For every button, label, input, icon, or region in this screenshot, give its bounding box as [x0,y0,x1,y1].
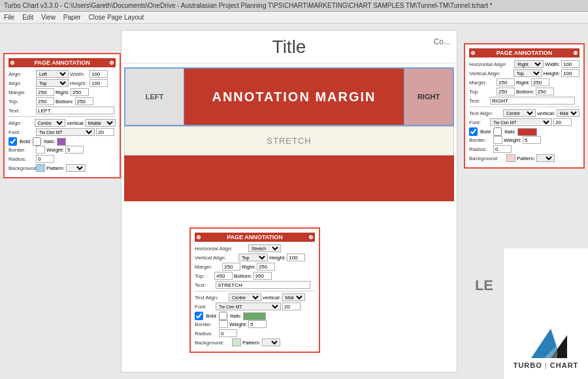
panel-bottom-fontsize[interactable] [282,303,301,310]
panel-left-top[interactable] [36,97,54,105]
panel-bottom-topbottom-row: Top: Bottom: [195,272,315,280]
panel-right-background-row: Background: Pattern: [469,154,580,162]
panel-left-fontsize[interactable] [96,128,114,136]
panel-right-italic-checkbox[interactable] [493,127,502,136]
panel-right-weight[interactable] [523,136,541,144]
panel-bottom-italic-checkbox[interactable] [219,312,227,320]
panel-right-style-row: Bold Italic [469,127,580,136]
panel-bottom-bg-color[interactable] [232,338,241,346]
panel-left-text-input[interactable] [36,107,114,114]
panel-left-margin-right[interactable] [71,88,89,96]
panel-left-color-box[interactable] [57,138,66,146]
panel-right-bottom[interactable] [536,88,554,95]
title-bar: Turbo Chart v3.3.0 - C:\Users\Gareth\Doc… [0,0,588,12]
panel-left-halign-select[interactable]: Left [36,70,69,78]
panel-left-radius-row: Radius: [8,155,116,163]
panel-right-textalign-row: Text Align: Centre vertical: Middle [469,109,580,117]
panel-left-bg-color[interactable] [36,164,45,172]
panel-bottom-weight[interactable] [248,320,267,328]
panel-right-border-color[interactable] [493,136,502,144]
panel-left-textalign-row: Align: Centre vertical Middle [8,119,116,127]
logo-turbo: TURBO [514,361,542,369]
panel-bottom-radius[interactable] [219,329,237,337]
panel-left-height-input[interactable] [90,79,108,87]
panel-bottom-valign-row: Vertical Align: Top Height: [195,254,315,261]
panel-bottom-halign-row: Horizontal Align: Stretch [195,244,315,252]
panel-right-margin-right[interactable] [531,78,549,86]
panel-right-top[interactable] [497,88,515,95]
panel-bottom-halign-select[interactable]: Stretch [248,244,281,252]
turbo-chart-logo: TURBO | CHART [514,325,579,369]
panel-left-valign-row: Align: Top Height: [8,79,116,87]
panel-right-textalign-select[interactable]: Centre [503,109,536,117]
panel-right-height[interactable] [561,69,580,77]
panel-left-font-select[interactable]: Tw Cen MT [36,128,95,136]
panel-bottom-vertical-select[interactable]: Middle [282,293,305,301]
annot-right-box: RIGHT [404,69,453,125]
panel-right-margin-left[interactable] [497,78,515,86]
panel-right-valign-select[interactable]: Top [514,69,542,77]
panel-left-topbottom-row: Top: Bottom: [8,97,116,105]
panel-right-font-select[interactable]: Tw Cen MT [490,118,552,126]
panel-bottom-textalign-select[interactable]: Centre [229,293,261,301]
menu-paper[interactable]: Paper [63,14,81,21]
panel-left-weight[interactable] [65,146,84,154]
panel-right-bg-color[interactable] [506,154,515,162]
panel-left-style-row: Bold Italic [8,137,116,146]
chart-title: Title [272,37,306,58]
stretch-box: STRETCH [124,126,454,156]
annot-left-box: LEFT [125,69,184,125]
panel-right-color-box[interactable] [517,128,537,136]
panel-right-halign-select[interactable]: Right [514,60,544,68]
logo-separator: | [545,361,547,369]
panel-bottom-text-row: Text: [195,281,315,289]
panel-right-fontsize[interactable] [553,118,572,126]
panel-bottom-valign-select[interactable]: Top [238,254,268,261]
panel-left-width-input[interactable] [90,70,108,78]
panel-bottom-background-row: Background: Pattern: [195,338,315,346]
panel-right-vertical-select[interactable]: Middle [557,109,580,117]
menu-edit[interactable]: Edit [22,14,33,21]
panel-bottom-radius-row: Radius: [195,329,315,337]
panel-left-border-color[interactable] [36,146,45,154]
panel-bottom-border-color[interactable] [219,320,228,328]
main-area: ⊕ PAGE ANNOTATION ⊕ Align: Left Width: A… [0,24,588,379]
panel-bottom-margin-right[interactable] [257,263,275,271]
panel-right-radius-row: Radius: [469,145,580,153]
panel-left-italic-checkbox[interactable] [33,137,41,146]
logo-area: TURBO | CHART [503,248,588,379]
panel-left-pattern-select[interactable] [66,164,86,172]
logo-svg [525,325,567,361]
panel-bottom-height[interactable] [287,254,305,261]
panel-bottom-bottom[interactable] [253,272,272,280]
panel-bottom-top[interactable] [214,272,233,280]
panel-bottom-font-select[interactable]: Tw Cen MT [216,303,281,310]
panel-right-font-row: Font: Tw Cen MT [469,118,580,126]
panel-left-valign-select[interactable]: Top [36,79,69,87]
logo-text-row: TURBO | CHART [514,361,579,369]
panel-right-text-input[interactable] [490,97,575,105]
panel-bottom-pattern-select[interactable] [262,338,280,346]
panel-right-width[interactable] [561,60,580,68]
panel-bottom-text-input[interactable] [216,281,310,289]
panel-bottom-color-box[interactable] [243,312,266,320]
panel-right-bold-checkbox[interactable] [469,127,478,136]
menu-view[interactable]: View [41,14,56,21]
menu-close-page-layout[interactable]: Close Page Layout [89,14,144,21]
panel-left-bottom[interactable] [75,97,93,105]
panel-left-text-row: Text: [8,107,116,114]
panel-right-text-row: Text: [469,97,580,105]
page-annotation-panel-right: ⊕ PAGE ANNOTATION ⊕ Horizontal Align: Ri… [464,43,585,169]
panel-left-radius[interactable] [36,155,54,163]
panel-bottom-border-row: Border: Weight: [195,320,315,328]
panel-left-margin-row: Margin Right: [8,88,116,96]
panel-bottom-margin-left[interactable] [222,263,240,271]
panel-right-radius[interactable] [493,145,512,153]
panel-left-margin-left[interactable] [36,88,54,96]
panel-left-textalign-select[interactable]: Centre [35,119,65,127]
panel-bottom-bold-checkbox[interactable] [195,312,203,320]
panel-left-bold-checkbox[interactable] [8,137,17,146]
panel-right-pattern-select[interactable] [536,154,555,162]
panel-left-vertical-select[interactable]: Middle [85,119,116,127]
menu-file[interactable]: File [4,14,14,21]
